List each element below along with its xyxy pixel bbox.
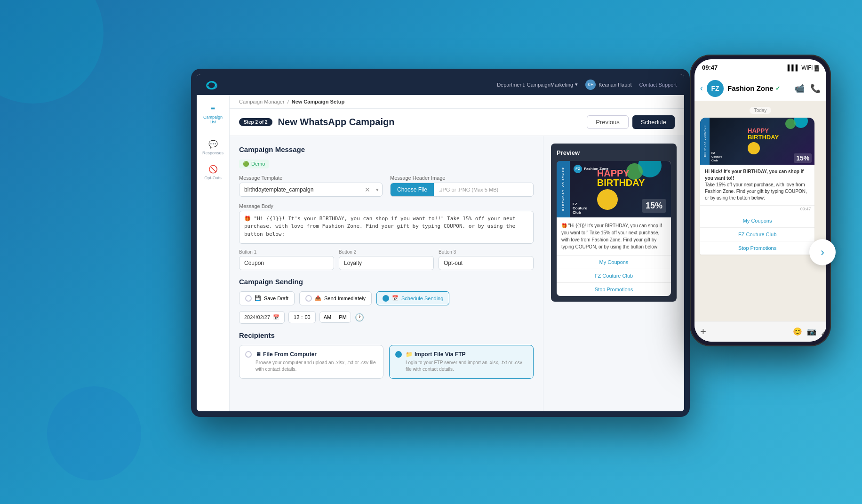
phone-status-bar: 09:47 ▌▌▌ WiFi ▓ xyxy=(694,59,826,76)
phone-back-button[interactable]: ‹ xyxy=(700,83,703,93)
template-input[interactable] xyxy=(239,183,383,197)
mic-icon[interactable]: 🎤 xyxy=(821,327,826,336)
phone-teal-circle xyxy=(794,118,808,128)
save-draft-option[interactable]: 💾 Save Draft xyxy=(239,291,295,305)
date-value: 2024/02/27 xyxy=(244,314,270,320)
phone-btn-couture[interactable]: FZ Couture Club xyxy=(700,228,814,241)
header-image-group: Message Header Image Choose File .JPG or… xyxy=(390,175,534,197)
top-nav-right: Department: CampaignMarketing ▾ KH Keana… xyxy=(497,80,677,90)
time-hour: 12 xyxy=(294,314,299,320)
department-label: Department: CampaignMarketing xyxy=(497,82,573,88)
schedule-button[interactable]: Schedule xyxy=(632,115,675,129)
arrow-button[interactable]: › xyxy=(809,239,836,265)
message-body-label: Message Body xyxy=(239,203,534,209)
sending-options: 💾 Save Draft 📤 Send Immediately xyxy=(239,291,534,305)
phone-outer: 09:47 ▌▌▌ WiFi ▓ ‹ FZ Fashion Zone ✓ xyxy=(690,55,831,346)
chevron-down-icon: ▾ xyxy=(575,81,578,88)
step-badge: Step 2 of 2 xyxy=(239,118,272,126)
chevron-down-icon: ▾ xyxy=(376,186,379,192)
department-selector[interactable]: Department: CampaignMarketing ▾ xyxy=(497,81,578,88)
preview-container: Preview BIRTHDAY VOUCHER xyxy=(551,144,677,302)
am-option[interactable]: AM xyxy=(320,312,335,322)
file-computer-desc: Browse your computer and upload an .xlsx… xyxy=(255,360,377,373)
time-input[interactable]: 12 : 00 xyxy=(288,311,316,323)
phone-message-text: Hi Nick! It's your BIRTHDAY, you can sho… xyxy=(700,165,814,206)
preview-btn-coupons[interactable]: My Coupons xyxy=(557,256,671,269)
message-body-textarea[interactable]: 🎁 "Hi {{1}}! It's your BIRTHDAY, you can… xyxy=(239,211,534,244)
form-left: Campaign Message 🟢 Demo Message Template xyxy=(230,136,543,411)
recipients-title: Recipients xyxy=(239,331,534,339)
demo-badge: 🟢 Demo xyxy=(239,160,269,168)
page-header: Step 2 of 2 New WhatsApp Campaign Previo… xyxy=(230,109,684,136)
phone-message-body: Take 15% off your next purchase, with lo… xyxy=(705,182,807,200)
phone-green-circle xyxy=(785,119,796,129)
preview-btn-couture[interactable]: FZ Couture Club xyxy=(557,269,671,283)
previous-button[interactable]: Previous xyxy=(587,115,629,129)
page-title: New WhatsApp Campaign xyxy=(278,117,395,128)
chat-input[interactable] xyxy=(710,328,789,335)
campaign-sending-title: Campaign Sending xyxy=(239,278,534,286)
send-immediately-icon: 📤 xyxy=(315,295,321,301)
recipients-section: Recipients 🖥 File From Computer xyxy=(239,331,534,379)
import-ftp-card[interactable]: 📁 Import File Via FTP Login to your FTP … xyxy=(389,345,534,379)
chat-bubble-image: BIRTHDAY VOUCHER HAPPY BIRTHDAY 15% xyxy=(700,118,814,165)
brand-voucher-text: BIRTHDAY VOUCHER xyxy=(562,167,565,211)
phone-message-bold: Hi Nick! It's your BIRTHDAY, you can sho… xyxy=(705,169,804,181)
send-immediately-radio[interactable] xyxy=(305,295,312,302)
signal-icon: ▌▌▌ xyxy=(788,64,800,71)
button2-input[interactable] xyxy=(339,256,434,270)
battery-icon: ▓ xyxy=(814,64,819,71)
phone-btn-coupons[interactable]: My Coupons xyxy=(700,214,814,228)
send-immediately-label: Send Immediately xyxy=(324,296,366,301)
button1-input[interactable] xyxy=(239,256,334,270)
add-attachment-button[interactable]: + xyxy=(700,326,706,338)
computer-icon: 🖥 xyxy=(255,351,261,358)
button1-group: Button 1 xyxy=(239,249,334,270)
send-immediately-option[interactable]: 📤 Send Immediately xyxy=(299,291,372,305)
contact-support-link[interactable]: Contact Support xyxy=(639,82,677,88)
button2-group: Button 2 xyxy=(339,249,434,270)
phone-btn-stop[interactable]: Stop Promotions xyxy=(700,241,814,255)
breadcrumb-parent[interactable]: Campaign Manager xyxy=(239,99,285,104)
phone-birthday-text: HAPPY BIRTHDAY xyxy=(748,128,779,155)
sidebar-item-campaign-list[interactable]: ≡ Campaign List xyxy=(200,101,226,128)
file-from-computer-card[interactable]: 🖥 File From Computer Browse your compute… xyxy=(239,345,383,379)
sidebar-item-opt-outs[interactable]: 🚫 Opt-Outs xyxy=(200,161,226,184)
preview-btn-stop[interactable]: Stop Promotions xyxy=(557,283,671,296)
brand-name-label: Fashion Zone xyxy=(727,84,774,92)
video-call-icon[interactable]: 📹 xyxy=(794,83,805,94)
save-draft-radio[interactable] xyxy=(245,295,252,302)
demo-label: Demo xyxy=(251,161,265,167)
button3-input[interactable] xyxy=(439,256,534,270)
camera-icon[interactable]: 📷 xyxy=(807,327,816,336)
form-content: Campaign Message 🟢 Demo Message Template xyxy=(230,136,684,411)
ftp-radio[interactable] xyxy=(395,351,402,358)
main-area: ≡ Campaign List 💬 Responses 🚫 Opt-Outs xyxy=(197,95,684,411)
file-hint: .JPG or .PNG (Max 5 MB) xyxy=(434,183,533,196)
wifi-icon: WiFi xyxy=(801,64,813,71)
opt-outs-icon: 🚫 xyxy=(208,165,218,174)
time-min: 00 xyxy=(304,314,310,320)
sidebar-item-responses[interactable]: 💬 Responses xyxy=(200,136,226,159)
sticker-icon[interactable]: 😊 xyxy=(793,327,802,336)
pm-option[interactable]: PM xyxy=(335,312,351,322)
clear-icon[interactable]: ✕ xyxy=(365,186,370,193)
file-computer-title: 🖥 File From Computer xyxy=(255,351,377,358)
message-body-group: Message Body 🎁 "Hi {{1}}! It's your BIRT… xyxy=(239,203,534,244)
chat-bubble: BIRTHDAY VOUCHER HAPPY BIRTHDAY 15% xyxy=(700,118,814,255)
save-draft-label: Save Draft xyxy=(264,296,288,301)
phone-status-icons: ▌▌▌ WiFi ▓ xyxy=(788,64,819,71)
date-input[interactable]: 2024/02/27 📅 xyxy=(239,311,285,324)
choose-file-button[interactable]: Choose File xyxy=(391,183,434,196)
user-menu[interactable]: KH Keanan Haupt xyxy=(585,80,631,90)
percent-badge: 15% xyxy=(642,199,666,213)
file-computer-radio[interactable] xyxy=(245,351,252,358)
chat-date-label: Today xyxy=(750,107,772,114)
schedule-sending-radio[interactable] xyxy=(383,295,389,302)
ftp-title: 📁 Import File Via FTP xyxy=(406,351,527,358)
schedule-sending-option[interactable]: 📅 Schedule Sending xyxy=(376,291,449,305)
ftp-desc: Login to your FTP server and import an .… xyxy=(406,360,527,373)
phone-call-icon[interactable]: 📞 xyxy=(810,83,821,94)
ftp-icon: 📁 xyxy=(406,351,413,358)
top-nav: Department: CampaignMarketing ▾ KH Keana… xyxy=(197,74,684,95)
